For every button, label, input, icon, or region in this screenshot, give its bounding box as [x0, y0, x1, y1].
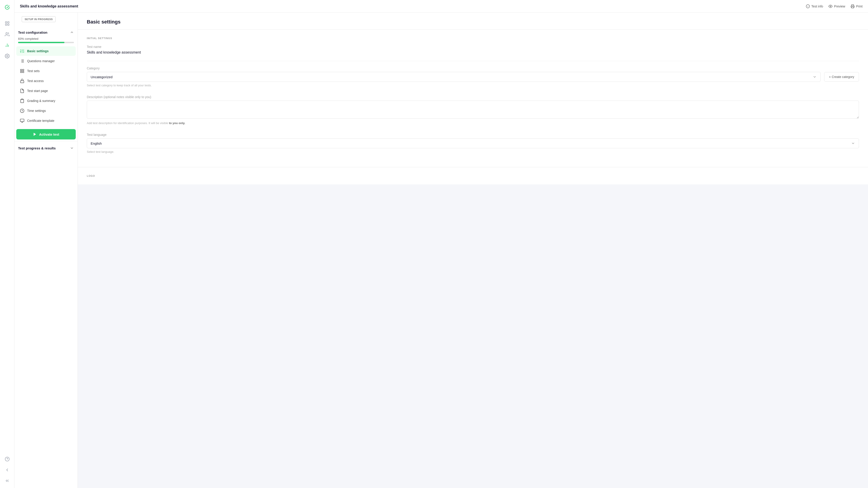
lock-icon	[20, 79, 24, 83]
preview-button[interactable]: Preview	[829, 4, 845, 8]
svg-rect-38	[20, 119, 24, 122]
file-icon	[20, 89, 24, 93]
svg-point-8	[6, 55, 8, 57]
config-section-title: Test configuration	[18, 31, 48, 34]
language-label: Test language	[87, 133, 859, 136]
initial-settings-label: INITIAL SETTINGS	[87, 37, 859, 39]
logo-label: LOGO	[87, 175, 859, 177]
section-heading: Basic settings	[87, 19, 859, 25]
sidebar: SETUP IN PROGRESS Test configuration 83%…	[14, 13, 78, 488]
sidebar-item-questions-manager[interactable]: Questions manager	[16, 56, 76, 66]
chevron-up-icon	[70, 30, 74, 34]
language-select[interactable]: English	[87, 138, 859, 148]
nav-users[interactable]	[3, 30, 12, 39]
print-button[interactable]: Print	[850, 4, 863, 8]
activate-test-button[interactable]: Activate test	[16, 129, 76, 140]
progress-row: 83% completed	[14, 36, 78, 46]
svg-marker-39	[34, 133, 36, 136]
sidebar-item-test-access[interactable]: Test access	[16, 76, 76, 86]
svg-point-4	[6, 33, 7, 34]
test-name-group: Test name Skills and knowledge assessmen…	[87, 45, 859, 55]
description-group: Description (optional notes visible only…	[87, 95, 859, 125]
nav-back[interactable]	[3, 465, 12, 475]
sidebar-item-grading-summary[interactable]: Grading & summary	[16, 96, 76, 105]
description-hint: Add test description for identification …	[87, 121, 859, 125]
chevron-down-icon	[70, 146, 74, 150]
sidebar-item-basic-settings[interactable]: Basic settings	[16, 46, 76, 56]
nav-tests[interactable]	[3, 41, 12, 50]
header-actions: Test info Preview Print	[806, 4, 863, 8]
chevron-down-icon	[813, 75, 817, 79]
results-section-title: Test progress & results	[18, 146, 56, 150]
language-group: Test language English Select test langua…	[87, 133, 859, 153]
svg-rect-31	[21, 69, 22, 71]
svg-rect-32	[23, 69, 24, 71]
printer-icon	[850, 4, 855, 8]
nav-dashboard[interactable]	[3, 19, 12, 28]
category-hint: Select test category to keep track of al…	[87, 84, 859, 87]
svg-rect-0	[5, 22, 6, 23]
icon-bar	[0, 0, 14, 488]
progress-bar-bg	[18, 42, 74, 43]
config-section-header[interactable]: Test configuration	[14, 29, 78, 36]
clipboard-icon	[20, 98, 24, 103]
svg-rect-33	[21, 71, 22, 73]
sidebar-item-certificate-template[interactable]: Certificate template	[16, 116, 76, 125]
page-title: Skills and knowledge assessment	[20, 4, 806, 8]
eye-icon	[829, 4, 833, 8]
logo-section: LOGO	[78, 167, 868, 184]
initial-settings-card: INITIAL SETTINGS Test name Skills and kn…	[78, 30, 868, 167]
results-section-header[interactable]: Test progress & results	[14, 144, 78, 152]
progress-bar-fill	[18, 42, 64, 43]
app-logo[interactable]	[3, 3, 12, 12]
description-textarea[interactable]	[87, 100, 859, 119]
svg-rect-35	[21, 81, 24, 83]
nav-collapse[interactable]	[3, 476, 12, 485]
clock-icon	[20, 109, 24, 113]
category-label: Category	[87, 66, 859, 70]
svg-rect-3	[7, 24, 9, 25]
grid-small-icon	[20, 69, 24, 73]
description-label: Description (optional notes visible only…	[87, 95, 859, 99]
test-name-value: Skills and knowledge assessment	[87, 51, 859, 55]
play-icon	[33, 132, 37, 136]
category-group: Category Uncategorized + Create category	[87, 66, 859, 87]
test-name-label: Test name	[87, 45, 859, 49]
create-category-button[interactable]: + Create category	[824, 72, 859, 82]
top-header: Skills and knowledge assessment Test inf…	[14, 0, 868, 13]
nav-settings[interactable]	[3, 52, 12, 61]
certificate-icon	[20, 118, 24, 123]
sidebar-item-test-start-page[interactable]: Test start page	[16, 86, 76, 96]
section-title-bar: Basic settings	[78, 13, 868, 30]
list-icon	[20, 59, 24, 63]
language-hint: Select test language.	[87, 150, 859, 153]
svg-rect-36	[22, 99, 23, 100]
language-value: English	[91, 142, 102, 145]
svg-rect-34	[23, 71, 24, 73]
progress-text: 83% completed	[18, 37, 74, 40]
svg-point-14	[830, 6, 831, 7]
category-value: Uncategorized	[91, 75, 113, 79]
main-content: Basic settings INITIAL SETTINGS Test nam…	[78, 13, 868, 488]
sidebar-item-time-settings[interactable]: Time settings	[16, 106, 76, 116]
chevron-down-icon	[851, 141, 855, 145]
test-info-button[interactable]: Test info	[806, 4, 823, 8]
info-icon	[806, 4, 810, 8]
svg-rect-2	[5, 24, 6, 25]
sliders-icon	[20, 49, 24, 53]
svg-rect-15	[852, 6, 854, 8]
category-select[interactable]: Uncategorized	[87, 72, 820, 82]
setup-badge: SETUP IN PROGRESS	[22, 16, 56, 22]
nav-help[interactable]	[3, 455, 12, 464]
sidebar-item-test-sets[interactable]: Test sets	[16, 66, 76, 76]
svg-rect-1	[7, 22, 9, 23]
